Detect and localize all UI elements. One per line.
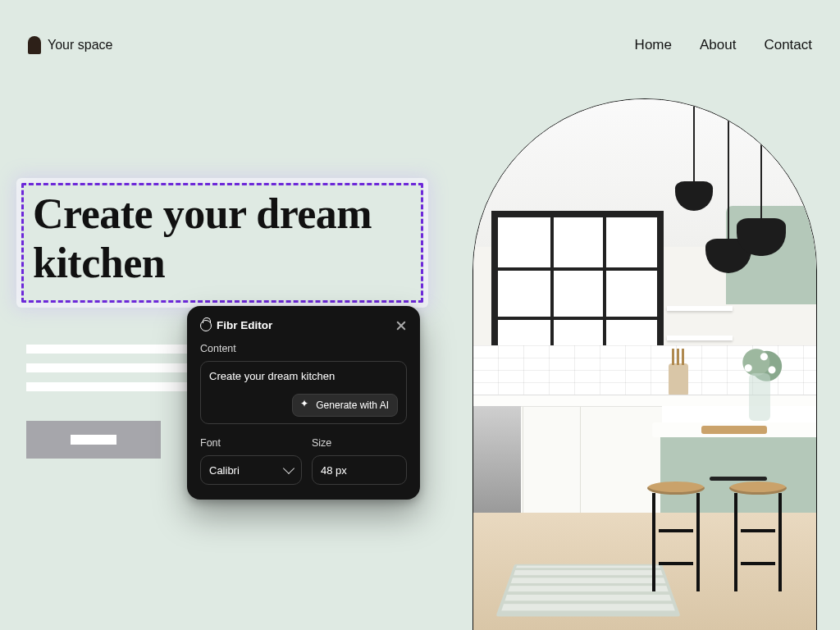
nav-about[interactable]: About	[700, 37, 736, 53]
placeholder-line	[71, 435, 116, 445]
content-input[interactable]	[209, 370, 398, 382]
editor-title-text: Fibr Editor	[217, 319, 272, 331]
size-input[interactable]: 48 px	[312, 455, 407, 485]
content-field-label: Content	[200, 343, 407, 354]
site-header: Your space Home About Contact	[0, 0, 840, 90]
nav-home[interactable]: Home	[635, 37, 672, 53]
chevron-down-icon	[283, 463, 294, 474]
hero-headline[interactable]: Create your dream kitchen	[33, 189, 422, 289]
font-field-label: Font	[200, 437, 302, 449]
cta-button-placeholder[interactable]	[26, 421, 161, 459]
content-field[interactable]: Generate with AI	[200, 361, 407, 424]
editable-headline-region[interactable]: Create your dream kitchen	[26, 185, 428, 295]
nav-contact[interactable]: Contact	[764, 37, 812, 53]
door-icon	[28, 36, 41, 54]
fibr-editor-panel[interactable]: Fibr Editor Content Generate with AI Fon…	[187, 306, 420, 500]
font-select[interactable]: Calibri	[200, 455, 302, 485]
fibr-logo-icon	[200, 320, 212, 331]
size-input-value: 48 px	[321, 464, 347, 477]
generate-button-label: Generate with AI	[316, 399, 389, 411]
editor-title: Fibr Editor	[200, 319, 272, 331]
generate-with-ai-button[interactable]: Generate with AI	[292, 394, 398, 417]
hero-image	[472, 98, 817, 630]
primary-nav: Home About Contact	[635, 37, 812, 53]
size-field-label: Size	[312, 437, 407, 449]
font-select-value: Calibri	[209, 464, 240, 477]
brand-logo[interactable]: Your space	[28, 36, 112, 54]
close-icon[interactable]	[395, 320, 407, 331]
sparkle-icon	[301, 400, 311, 410]
brand-name: Your space	[48, 38, 112, 52]
